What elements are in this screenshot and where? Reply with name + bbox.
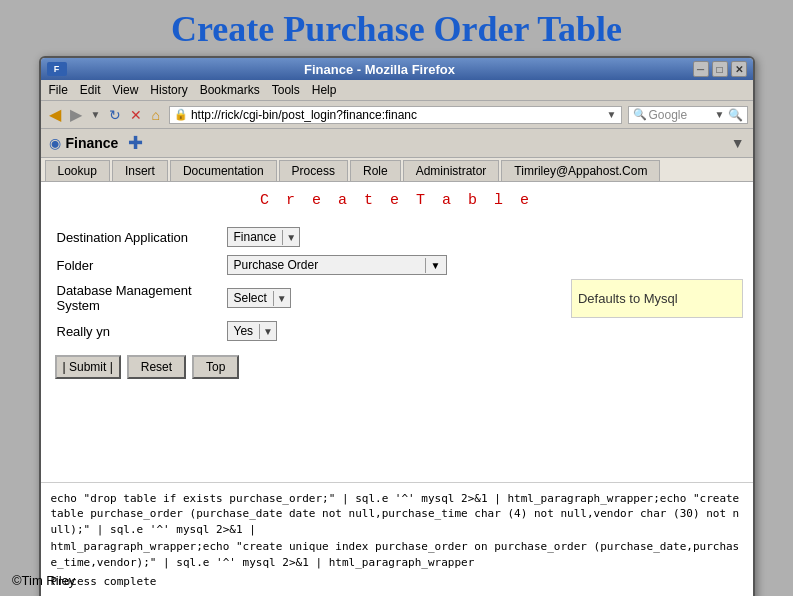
add-tab-button[interactable]: ✚ xyxy=(128,132,143,154)
menu-edit[interactable]: Edit xyxy=(80,83,101,97)
search-bar[interactable]: 🔍 Google ▼ 🔍 xyxy=(628,106,748,124)
search-button[interactable]: 🔍 xyxy=(725,108,743,122)
label-folder: Folder xyxy=(51,251,221,279)
folder-arrow[interactable]: ▼ xyxy=(425,258,446,273)
hint-dbms: Defaults to Mysql xyxy=(571,279,742,317)
table-row: Destination Application Finance ▼ xyxy=(51,223,743,251)
refresh-button[interactable]: ↻ xyxy=(106,106,124,124)
menu-history[interactable]: History xyxy=(150,83,187,97)
field-dbms[interactable]: Select ▼ xyxy=(221,279,572,317)
top-button[interactable]: Top xyxy=(192,355,239,379)
create-table-title: C r e a t e T a b l e xyxy=(51,192,743,209)
label-dbms: Database Management System xyxy=(51,279,221,317)
dbms-value: Select xyxy=(228,289,273,307)
tab-insert[interactable]: Insert xyxy=(112,160,168,181)
menu-tools[interactable]: Tools xyxy=(272,83,300,97)
browser-window: F Finance - Mozilla Firefox ─ □ ✕ File E… xyxy=(39,56,755,596)
search-engine-icon: 🔍 xyxy=(633,108,647,121)
search-dropdown[interactable]: ▼ xyxy=(715,109,725,120)
minimize-button[interactable]: ─ xyxy=(693,61,709,77)
tab-lookup[interactable]: Lookup xyxy=(45,160,110,181)
label-destination: Destination Application xyxy=(51,223,221,251)
tab-user[interactable]: Timriley@Appahost.Com xyxy=(501,160,660,181)
folder-value: Purchase Order xyxy=(228,256,425,274)
menubar: File Edit View History Bookmarks Tools H… xyxy=(41,80,753,101)
really-arrow[interactable]: ▼ xyxy=(259,324,276,339)
menu-view[interactable]: View xyxy=(113,83,139,97)
form-table: Destination Application Finance ▼ Folder… xyxy=(51,223,743,345)
home-button[interactable]: ⌂ xyxy=(148,106,162,124)
output-area: echo "drop table if exists purchase_orde… xyxy=(41,482,753,596)
submit-button[interactable]: | Submit | xyxy=(55,355,121,379)
field-destination[interactable]: Finance ▼ xyxy=(221,223,572,251)
window-icon: F xyxy=(47,62,67,76)
forward-button[interactable]: ▶ xyxy=(67,104,85,125)
expand-icon[interactable]: ▼ xyxy=(731,135,745,151)
table-row: Really yn Yes ▼ xyxy=(51,317,743,345)
button-row: | Submit | Reset Top xyxy=(55,355,743,379)
stop-button[interactable]: ✕ xyxy=(127,106,145,124)
content-area: C r e a t e T a b l e Destination Applic… xyxy=(41,182,753,482)
tab-documentation[interactable]: Documentation xyxy=(170,160,277,181)
tab-role[interactable]: Role xyxy=(350,160,401,181)
destination-dropdown[interactable]: Finance ▼ xyxy=(227,227,301,247)
title-bar: F Finance - Mozilla Firefox ─ □ ✕ xyxy=(41,58,753,80)
destination-value: Finance xyxy=(228,228,283,246)
page-title: Create Purchase Order Table xyxy=(0,0,793,56)
hint-folder xyxy=(571,251,742,279)
destination-arrow[interactable]: ▼ xyxy=(282,230,299,245)
app-name: Finance xyxy=(66,135,119,151)
search-text: Google xyxy=(649,108,715,122)
address-icon: 🔒 xyxy=(174,108,188,121)
field-really[interactable]: Yes ▼ xyxy=(221,317,572,345)
tab-process[interactable]: Process xyxy=(279,160,348,181)
history-dropdown[interactable]: ▼ xyxy=(88,108,104,121)
hint-destination xyxy=(571,223,742,251)
output-line-3: Process complete xyxy=(51,574,743,589)
label-really: Really yn xyxy=(51,317,221,345)
window-title: Finance - Mozilla Firefox xyxy=(67,62,693,77)
address-bar[interactable]: 🔒 http://rick/cgi-bin/post_login?finance… xyxy=(169,106,622,124)
window-controls: ─ □ ✕ xyxy=(693,61,747,77)
nav-tabs: Lookup Insert Documentation Process Role… xyxy=(41,158,753,182)
app-icon: ◉ xyxy=(49,135,61,151)
output-line-1: echo "drop table if exists purchase_orde… xyxy=(51,491,743,537)
field-folder[interactable]: Purchase Order ▼ xyxy=(221,251,572,279)
copyright: ©Tim Riley xyxy=(12,573,75,588)
address-text: http://rick/cgi-bin/post_login?finance:f… xyxy=(191,108,607,122)
dbms-arrow[interactable]: ▼ xyxy=(273,291,290,306)
output-line-2: html_paragraph_wrapper;echo "create uniq… xyxy=(51,539,743,570)
back-button[interactable]: ◀ xyxy=(46,104,64,125)
reset-button[interactable]: Reset xyxy=(127,355,186,379)
dbms-dropdown[interactable]: Select ▼ xyxy=(227,288,291,308)
menu-help[interactable]: Help xyxy=(312,83,337,97)
table-row: Database Management System Select ▼ Defa… xyxy=(51,279,743,317)
restore-button[interactable]: □ xyxy=(712,61,728,77)
close-button[interactable]: ✕ xyxy=(731,61,747,77)
hint-really xyxy=(571,317,742,345)
table-row: Folder Purchase Order ▼ xyxy=(51,251,743,279)
really-dropdown[interactable]: Yes ▼ xyxy=(227,321,277,341)
navbar: ◀ ▶ ▼ ↻ ✕ ⌂ 🔒 http://rick/cgi-bin/post_l… xyxy=(41,101,753,129)
really-value: Yes xyxy=(228,322,260,340)
app-bar: ◉ Finance ✚ ▼ xyxy=(41,129,753,158)
address-dropdown[interactable]: ▼ xyxy=(607,109,617,120)
tab-administrator[interactable]: Administrator xyxy=(403,160,500,181)
menu-file[interactable]: File xyxy=(49,83,68,97)
folder-select[interactable]: Purchase Order ▼ xyxy=(227,255,447,275)
menu-bookmarks[interactable]: Bookmarks xyxy=(200,83,260,97)
